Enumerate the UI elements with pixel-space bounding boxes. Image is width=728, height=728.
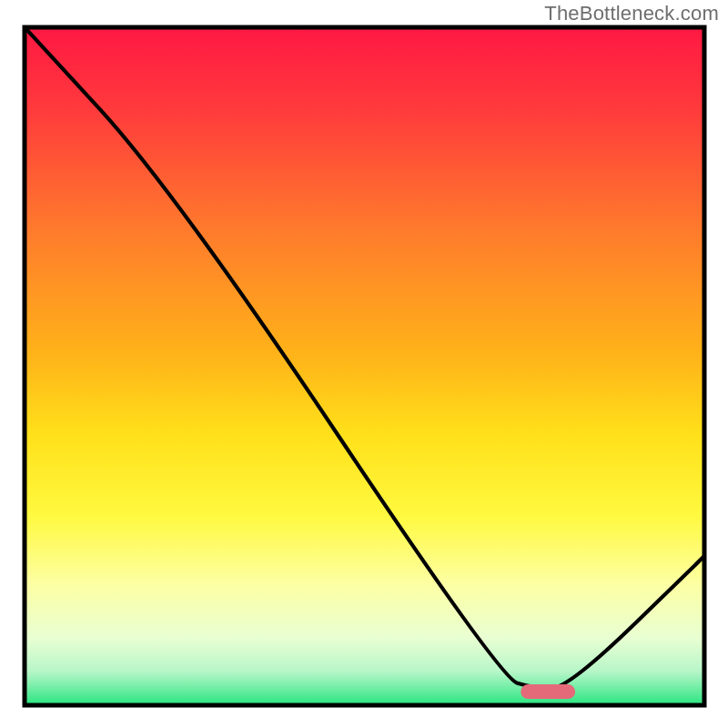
optimal-marker (521, 684, 575, 699)
gradient-background (25, 27, 704, 705)
watermark-text: TheBottleneck.com (544, 2, 719, 25)
bottleneck-chart (0, 0, 728, 728)
chart-container: TheBottleneck.com (0, 0, 728, 728)
